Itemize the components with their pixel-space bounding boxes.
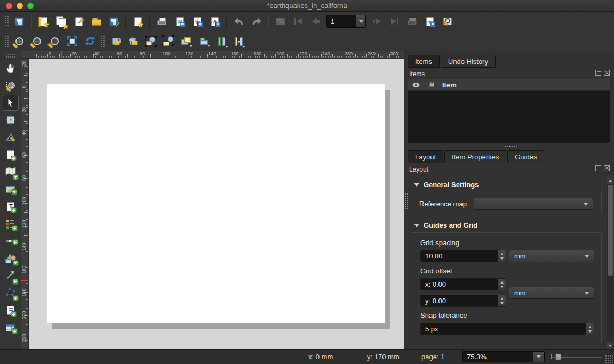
zoom-in-button[interactable]: [12, 34, 27, 48]
grid-offset-x-spinbox[interactable]: x: 0.00: [420, 278, 506, 290]
tab-undo-history[interactable]: Undo History: [441, 55, 496, 68]
new-layout-button[interactable]: [36, 14, 51, 29]
snap-tolerance-spinbox[interactable]: 5 px: [420, 323, 594, 335]
general-settings-section-header[interactable]: General Settings: [414, 181, 479, 189]
grid-spacing-value[interactable]: 10.00: [421, 250, 498, 262]
redo-button[interactable]: [249, 14, 264, 29]
maximize-window-button[interactable]: [27, 3, 34, 9]
zoom-slider-handle[interactable]: [555, 354, 561, 360]
add-legend-tool[interactable]: [3, 216, 18, 231]
window-resize-grip[interactable]: [605, 355, 613, 363]
add-arrow-tool[interactable]: [3, 269, 18, 284]
select-move-item-tool[interactable]: [3, 95, 18, 110]
distribute-left-edges-button[interactable]: [214, 34, 228, 48]
toolbar-drag-handle-icon[interactable]: [5, 35, 9, 47]
grid-spacing-label: Grid spacing: [420, 239, 459, 247]
snap-tolerance-value[interactable]: 5 px: [421, 323, 586, 335]
grid-offset-y-value[interactable]: y: 0.00: [421, 295, 498, 306]
print-layout-button[interactable]: [155, 14, 169, 29]
zoom-level-value[interactable]: 75.3%: [462, 351, 533, 362]
export-as-pdf-button[interactable]: A: [208, 14, 222, 29]
minimize-window-button[interactable]: [17, 3, 23, 9]
layout-manager-button[interactable]: [71, 14, 86, 29]
zoom-out-button[interactable]: [30, 34, 44, 48]
tab-items[interactable]: Items: [408, 55, 440, 68]
save-as-template-button[interactable]: [107, 14, 121, 29]
zoom-actual-button[interactable]: 1:1: [47, 34, 62, 48]
group-items-button[interactable]: [143, 34, 158, 48]
item-column-header[interactable]: Item: [442, 81, 457, 89]
move-item-content-tool[interactable]: [3, 112, 18, 127]
preview-atlas-button[interactable]: [440, 14, 454, 29]
align-selected-items-button[interactable]: [196, 34, 211, 48]
add-node-item-tool[interactable]: [3, 286, 18, 301]
grid-spacing-unit-combo[interactable]: mm: [509, 250, 594, 262]
zoom-full-button[interactable]: [65, 34, 79, 48]
toolbar-drag-handle-icon[interactable]: [101, 35, 105, 47]
spin-buttons[interactable]: [498, 295, 506, 306]
pan-layout-tool[interactable]: [3, 61, 18, 76]
toolbar-drag-handle-icon[interactable]: [5, 15, 9, 27]
refresh-view-button[interactable]: [83, 34, 97, 48]
atlas-feature-value[interactable]: 1: [326, 15, 356, 28]
lock-selected-items-button[interactable]: [108, 34, 123, 48]
add-html-tool[interactable]: [3, 303, 18, 318]
zoom-level-dropdown-button[interactable]: [533, 351, 545, 362]
close-panel-icon[interactable]: [604, 165, 610, 171]
export-atlas-button[interactable]: [422, 14, 437, 29]
grid-offset-x-value[interactable]: x: 0.00: [421, 279, 498, 290]
add-attribute-table-tool[interactable]: [3, 320, 18, 335]
export-as-svg-button[interactable]: [190, 14, 204, 29]
edit-nodes-item-tool[interactable]: [3, 130, 18, 145]
zoom-level-combo[interactable]: 75.3%: [462, 351, 545, 362]
vertical-ruler[interactable]: -20020406080100120140160180200220: [21, 59, 29, 349]
add-scale-bar-tool[interactable]: [3, 234, 18, 249]
add-items-from-template-button[interactable]: [89, 14, 103, 29]
toolbar-drag-handle-icon[interactable]: [5, 54, 16, 58]
ungroup-items-button[interactable]: [161, 34, 176, 48]
tab-guides[interactable]: Guides: [507, 150, 544, 163]
close-panel-icon[interactable]: [604, 70, 610, 76]
grid-offset-unit-combo[interactable]: mm: [509, 287, 594, 299]
grid-spacing-spinbox[interactable]: 10.00: [420, 250, 506, 262]
atlas-feature-dropdown-button[interactable]: [356, 15, 366, 28]
add-pages-button[interactable]: [131, 14, 145, 29]
tab-layout[interactable]: Layout: [408, 150, 443, 163]
spin-buttons[interactable]: [586, 323, 594, 335]
add-label-tool[interactable]: T: [3, 199, 18, 214]
resize-selected-items-button[interactable]: [232, 34, 246, 48]
export-as-image-button[interactable]: [172, 14, 187, 29]
panel-scrollbar[interactable]: [607, 177, 613, 349]
ruler-label: 240: [322, 51, 330, 56]
lock-column-header[interactable]: [424, 83, 439, 87]
panel-resize-handle[interactable]: [404, 193, 408, 209]
layout-canvas[interactable]: [29, 59, 404, 349]
duplicate-layout-button[interactable]: [54, 14, 68, 29]
atlas-feature-combo[interactable]: 1: [326, 15, 366, 28]
unlock-all-items-button[interactable]: [126, 34, 140, 48]
guides-and-grid-section-header[interactable]: Guides and Grid: [414, 221, 477, 229]
save-project-button[interactable]: [12, 14, 27, 29]
undo-button[interactable]: [232, 14, 246, 29]
float-panel-icon[interactable]: [595, 70, 601, 76]
zoom-tool[interactable]: [3, 78, 18, 93]
scrollbar-thumb[interactable]: [608, 185, 613, 276]
spin-buttons[interactable]: [498, 250, 506, 262]
add-pages-tool[interactable]: [3, 147, 18, 162]
spin-buttons[interactable]: [498, 279, 506, 290]
horizontal-ruler[interactable]: 0204060801001201401601802002202402602803…: [29, 51, 404, 59]
tab-item-properties[interactable]: Item Properties: [444, 150, 506, 163]
visibility-column-header[interactable]: [408, 82, 424, 88]
scroll-up-button[interactable]: [607, 177, 613, 184]
add-picture-tool[interactable]: [3, 182, 18, 197]
raise-selected-items-button[interactable]: [179, 34, 193, 48]
add-map-tool[interactable]: [3, 165, 18, 180]
items-list[interactable]: [408, 91, 610, 143]
grid-offset-y-spinbox[interactable]: y: 0.00: [420, 295, 506, 307]
dock-splitter-handle[interactable]: [505, 145, 517, 148]
reference-map-combo[interactable]: [474, 198, 593, 210]
add-shape-tool[interactable]: [3, 251, 18, 266]
close-window-button[interactable]: [6, 3, 12, 9]
scroll-down-button[interactable]: [607, 342, 613, 349]
float-panel-icon[interactable]: [595, 165, 601, 171]
